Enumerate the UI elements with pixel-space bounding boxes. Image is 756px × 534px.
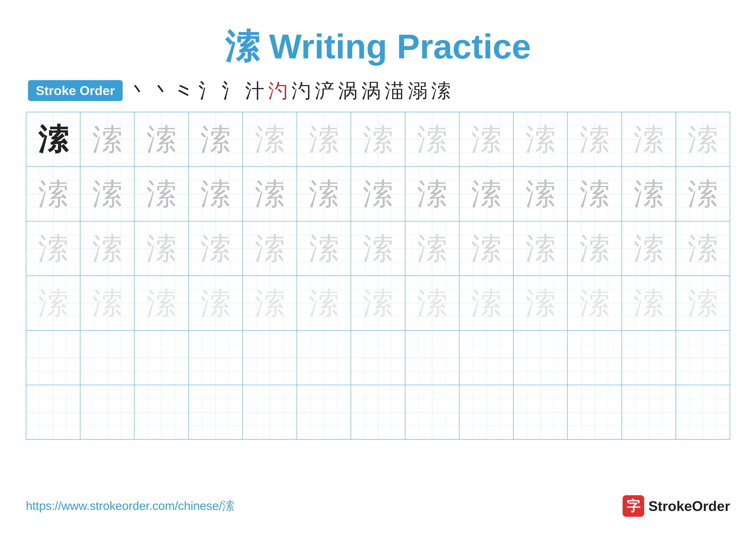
grid-cell-4-9[interactable]: 溹 — [514, 331, 568, 385]
grid-cell-5-2[interactable]: 溹 — [134, 385, 189, 439]
grid-cell-2-1[interactable]: 溹 — [80, 221, 134, 275]
cell-char-5-0: 溹 — [38, 397, 68, 427]
grid-cell-2-8[interactable]: 溹 — [459, 221, 514, 275]
grid-cell-4-12[interactable]: 溹 — [676, 331, 730, 385]
grid-cell-1-2[interactable]: 溹 — [134, 167, 189, 221]
grid-cell-0-2[interactable]: 溹 — [134, 112, 189, 166]
grid-cell-4-8[interactable]: 溹 — [459, 331, 514, 385]
grid-cell-5-6[interactable]: 溹 — [351, 385, 405, 439]
cell-char-5-11: 溹 — [634, 397, 664, 427]
cell-char-3-9: 溹 — [526, 288, 555, 318]
grid-cell-4-6[interactable]: 溹 — [351, 331, 405, 385]
grid-cell-4-7[interactable]: 溹 — [405, 331, 459, 385]
grid-cell-0-9[interactable]: 溹 — [514, 112, 568, 166]
grid-cell-3-3[interactable]: 溹 — [189, 276, 243, 330]
cell-char-4-11: 溹 — [634, 343, 664, 373]
grid-cell-2-5[interactable]: 溹 — [297, 221, 351, 275]
grid-cell-0-11[interactable]: 溹 — [622, 112, 676, 166]
grid-cell-5-7[interactable]: 溹 — [405, 385, 459, 439]
stroke-8: 汋 — [292, 81, 311, 100]
stroke-4: 氵 — [199, 81, 218, 100]
grid-cell-3-5[interactable]: 溹 — [297, 276, 351, 330]
grid-cell-0-0[interactable]: 溹 — [26, 112, 80, 166]
grid-cell-1-0[interactable]: 溹 — [26, 167, 80, 221]
cell-char-5-12: 溹 — [688, 397, 718, 427]
cell-char-0-6: 溹 — [363, 124, 393, 154]
cell-char-4-8: 溹 — [471, 343, 501, 373]
grid-cell-3-11[interactable]: 溹 — [622, 276, 676, 330]
grid-cell-1-10[interactable]: 溹 — [568, 167, 622, 221]
grid-row-0: 溹溹溹溹溹溹溹溹溹溹溹溹溹 — [26, 112, 730, 167]
grid-cell-5-9[interactable]: 溹 — [514, 385, 568, 439]
grid-cell-4-5[interactable]: 溹 — [297, 331, 351, 385]
grid-cell-5-11[interactable]: 溹 — [622, 385, 676, 439]
grid-cell-1-8[interactable]: 溹 — [459, 167, 514, 221]
grid-cell-1-4[interactable]: 溹 — [243, 167, 297, 221]
cell-char-5-3: 溹 — [201, 397, 230, 427]
grid-cell-2-10[interactable]: 溹 — [568, 221, 622, 275]
grid-cell-1-6[interactable]: 溹 — [351, 167, 405, 221]
grid-cell-5-8[interactable]: 溹 — [459, 385, 514, 439]
grid-cell-2-7[interactable]: 溹 — [405, 221, 459, 275]
grid-cell-2-11[interactable]: 溹 — [622, 221, 676, 275]
grid-cell-1-12[interactable]: 溹 — [676, 167, 730, 221]
stroke-order-row: Stroke Order 丶 丶 ⺀ 氵 氵 汁 汋 汋 浐 涡 涡 渵 溺 溹 — [26, 80, 730, 101]
grid-cell-5-10[interactable]: 溹 — [568, 385, 622, 439]
grid-cell-1-9[interactable]: 溹 — [514, 167, 568, 221]
page-title: 溹 Writing Practice — [26, 26, 730, 67]
grid-cell-0-12[interactable]: 溹 — [676, 112, 730, 166]
cell-char-4-4: 溹 — [255, 343, 285, 373]
grid-cell-3-1[interactable]: 溹 — [80, 276, 134, 330]
grid-cell-2-6[interactable]: 溹 — [351, 221, 405, 275]
grid-cell-1-5[interactable]: 溹 — [297, 167, 351, 221]
grid-cell-3-4[interactable]: 溹 — [243, 276, 297, 330]
grid-cell-3-10[interactable]: 溹 — [568, 276, 622, 330]
grid-cell-2-0[interactable]: 溹 — [26, 221, 80, 275]
grid-cell-5-1[interactable]: 溹 — [80, 385, 134, 439]
grid-cell-4-10[interactable]: 溹 — [568, 331, 622, 385]
grid-cell-0-3[interactable]: 溹 — [189, 112, 243, 166]
grid-cell-0-5[interactable]: 溹 — [297, 112, 351, 166]
grid-cell-2-12[interactable]: 溹 — [676, 221, 730, 275]
grid-cell-4-2[interactable]: 溹 — [134, 331, 189, 385]
grid-cell-4-0[interactable]: 溹 — [26, 331, 80, 385]
grid-cell-5-5[interactable]: 溹 — [297, 385, 351, 439]
grid-row-3: 溹溹溹溹溹溹溹溹溹溹溹溹溹 — [26, 276, 730, 330]
grid-cell-1-11[interactable]: 溹 — [622, 167, 676, 221]
footer-url[interactable]: https://www.strokeorder.com/chinese/溹 — [26, 498, 234, 514]
grid-row-5: 溹溹溹溹溹溹溹溹溹溹溹溹溹 — [26, 385, 730, 439]
grid-cell-4-3[interactable]: 溹 — [189, 331, 243, 385]
grid-cell-4-11[interactable]: 溹 — [622, 331, 676, 385]
grid-cell-3-6[interactable]: 溹 — [351, 276, 405, 330]
cell-char-0-9: 溹 — [526, 124, 555, 154]
grid-row-4: 溹溹溹溹溹溹溹溹溹溹溹溹溹 — [26, 331, 730, 385]
grid-cell-0-10[interactable]: 溹 — [568, 112, 622, 166]
grid-cell-0-4[interactable]: 溹 — [243, 112, 297, 166]
grid-cell-0-6[interactable]: 溹 — [351, 112, 405, 166]
grid-cell-5-0[interactable]: 溹 — [26, 385, 80, 439]
grid-cell-3-7[interactable]: 溹 — [405, 276, 459, 330]
grid-cell-4-4[interactable]: 溹 — [243, 331, 297, 385]
grid-cell-3-0[interactable]: 溹 — [26, 276, 80, 330]
grid-cell-3-12[interactable]: 溹 — [676, 276, 730, 330]
grid-cell-5-4[interactable]: 溹 — [243, 385, 297, 439]
grid-cell-0-7[interactable]: 溹 — [405, 112, 459, 166]
grid-cell-2-2[interactable]: 溹 — [134, 221, 189, 275]
cell-char-5-5: 溹 — [309, 397, 339, 427]
grid-cell-3-9[interactable]: 溹 — [514, 276, 568, 330]
grid-cell-3-2[interactable]: 溹 — [134, 276, 189, 330]
grid-cell-1-1[interactable]: 溹 — [80, 167, 134, 221]
grid-cell-2-3[interactable]: 溹 — [189, 221, 243, 275]
grid-cell-2-4[interactable]: 溹 — [243, 221, 297, 275]
grid-cell-1-3[interactable]: 溹 — [189, 167, 243, 221]
grid-cell-1-7[interactable]: 溹 — [405, 167, 459, 221]
cell-char-3-7: 溹 — [417, 288, 447, 318]
grid-cell-5-12[interactable]: 溹 — [676, 385, 730, 439]
grid-cell-0-1[interactable]: 溹 — [80, 112, 134, 166]
grid-cell-0-8[interactable]: 溹 — [459, 112, 514, 166]
grid-cell-3-8[interactable]: 溹 — [459, 276, 514, 330]
grid-cell-5-3[interactable]: 溹 — [189, 385, 243, 439]
grid-cell-4-1[interactable]: 溹 — [80, 331, 134, 385]
grid-row-2: 溹溹溹溹溹溹溹溹溹溹溹溹溹 — [26, 221, 730, 276]
grid-cell-2-9[interactable]: 溹 — [514, 221, 568, 275]
